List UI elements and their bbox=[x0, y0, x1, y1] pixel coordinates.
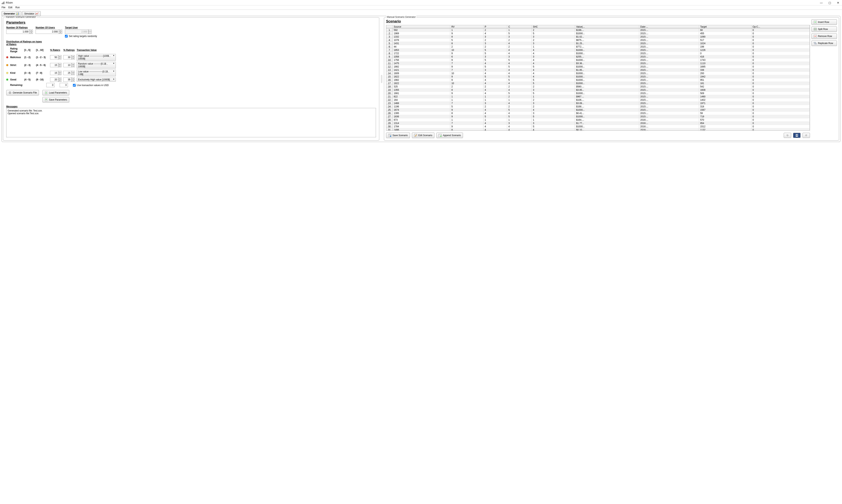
table-row[interactable]: 15921212$196....2015:...600 bbox=[386, 29, 810, 32]
transaction-value-combo[interactable]: Low value -----------------[0.1$ , 3.9$] bbox=[77, 70, 116, 76]
table-cell[interactable]: 4 bbox=[483, 92, 507, 95]
table-cell[interactable]: 44 bbox=[393, 45, 450, 49]
table-cell[interactable]: 3 bbox=[532, 102, 575, 105]
column-header[interactable]: Date-... bbox=[639, 25, 699, 29]
table-cell[interactable]: 2 bbox=[532, 38, 575, 42]
insert-row-button[interactable]: Insert Row bbox=[811, 19, 837, 25]
table-cell[interactable]: 3 bbox=[507, 55, 532, 58]
table-cell[interactable]: 2015:... bbox=[639, 38, 699, 42]
table-cell[interactable]: 0 bbox=[751, 108, 809, 112]
remove-row-button[interactable]: Remove Row bbox=[811, 33, 837, 39]
table-cell[interactable]: 9 bbox=[450, 65, 483, 69]
table-row[interactable]: 3017849445$1000...2016:...15120 bbox=[386, 125, 810, 128]
table-cell[interactable]: 4 bbox=[532, 52, 575, 55]
table-cell[interactable]: $1000... bbox=[575, 82, 639, 85]
splitter[interactable] bbox=[381, 17, 382, 141]
tab-simulator[interactable]: Simulator bbox=[22, 11, 41, 16]
table-cell[interactable]: 1 bbox=[507, 118, 532, 122]
table-cell[interactable]: 4 bbox=[507, 128, 532, 131]
table-cell[interactable]: 1 bbox=[507, 29, 532, 32]
table-cell[interactable]: $106.... bbox=[575, 98, 639, 102]
table-cell[interactable]: 2015:... bbox=[639, 58, 699, 62]
menu-edit[interactable]: Edit bbox=[8, 6, 13, 9]
table-cell[interactable]: 4 bbox=[483, 62, 507, 65]
table-cell[interactable]: 0 bbox=[751, 78, 809, 82]
table-cell[interactable]: 2015:... bbox=[639, 49, 699, 52]
table-cell[interactable]: 2 bbox=[507, 85, 532, 88]
table-cell[interactable]: 3 bbox=[483, 35, 507, 38]
table-cell[interactable]: 2015:... bbox=[639, 98, 699, 102]
table-cell[interactable]: 2 bbox=[483, 38, 507, 42]
table-cell[interactable]: 2015:... bbox=[639, 62, 699, 65]
table-cell[interactable]: 2 bbox=[483, 29, 507, 32]
table-cell[interactable]: 318 bbox=[699, 105, 751, 108]
table-cell[interactable]: 9 bbox=[450, 58, 483, 62]
table-cell[interactable]: 4 bbox=[483, 122, 507, 125]
table-cell[interactable]: $3.85... bbox=[575, 88, 639, 92]
table-cell[interactable]: 8 bbox=[450, 42, 483, 45]
table-cell[interactable]: $164.... bbox=[575, 118, 639, 122]
table-cell[interactable]: 4 bbox=[507, 62, 532, 65]
table-cell[interactable]: 2015:... bbox=[639, 92, 699, 95]
table-cell[interactable]: 0 bbox=[751, 35, 809, 38]
disk-save-button[interactable] bbox=[793, 133, 801, 138]
table-cell[interactable]: 10 bbox=[450, 49, 483, 52]
set-random-checkbox[interactable] bbox=[65, 35, 68, 38]
table-cell[interactable]: $967.... bbox=[575, 95, 639, 98]
table-cell[interactable]: 4 bbox=[507, 88, 532, 92]
table-cell[interactable]: 455 bbox=[699, 32, 751, 35]
table-cell[interactable]: 822 bbox=[393, 95, 450, 98]
table-cell[interactable]: 5 bbox=[507, 32, 532, 35]
table-cell[interactable]: 1784 bbox=[393, 125, 450, 128]
table-cell[interactable]: 0 bbox=[751, 32, 809, 35]
table-cell[interactable]: 2 bbox=[450, 45, 483, 49]
table-row[interactable]: 514318343$1.25...2015:...10240 bbox=[386, 42, 810, 45]
table-cell[interactable]: 198 bbox=[699, 45, 751, 49]
spin-down[interactable]: ▼ bbox=[58, 79, 61, 82]
table-cell[interactable]: $1000... bbox=[575, 49, 639, 52]
table-cell[interactable]: 1 bbox=[532, 95, 575, 98]
table-cell[interactable]: 1132 bbox=[699, 128, 751, 131]
table-cell[interactable]: 164 bbox=[393, 98, 450, 102]
table-row[interactable]: 6442221$772....2015:...1980 bbox=[386, 45, 810, 49]
table-row[interactable]: 17182210445$1000...2015:...1810 bbox=[386, 82, 810, 85]
table-cell[interactable]: 5 bbox=[483, 49, 507, 52]
table-cell[interactable]: 9 bbox=[450, 92, 483, 95]
table-cell[interactable]: $1000... bbox=[575, 32, 639, 35]
column-header[interactable] bbox=[386, 25, 393, 29]
table-cell[interactable]: 1608 bbox=[699, 88, 751, 92]
scenario-table-wrap[interactable]: SourceRVPCSHCValue(...Date-...TargetOp-C… bbox=[386, 25, 810, 131]
table-cell[interactable]: 2015:... bbox=[639, 115, 699, 118]
table-cell[interactable]: 2015:... bbox=[639, 75, 699, 78]
table-cell[interactable]: 1609 bbox=[393, 72, 450, 75]
table-cell[interactable]: 5 bbox=[532, 92, 575, 95]
table-cell[interactable]: 4 bbox=[532, 72, 575, 75]
table-cell[interactable]: 2015:... bbox=[639, 112, 699, 115]
table-row[interactable]: 1017569554$1000...2015:...17430 bbox=[386, 58, 810, 62]
spin-down[interactable]: ▼ bbox=[72, 79, 75, 82]
table-cell[interactable]: 1402 bbox=[699, 98, 751, 102]
transaction-value-combo[interactable]: Exclusively High value [1000$] bbox=[77, 78, 116, 82]
table-cell[interactable]: 4 bbox=[532, 75, 575, 78]
table-cell[interactable]: 509 bbox=[699, 92, 751, 95]
spin-up[interactable]: ▲ bbox=[58, 71, 61, 73]
table-row[interactable]: 1913558443$3.85...2015:...16080 bbox=[386, 88, 810, 92]
table-cell[interactable]: 2015:... bbox=[639, 32, 699, 35]
table-cell[interactable]: 1 bbox=[483, 98, 507, 102]
table-cell[interactable]: 1674 bbox=[393, 108, 450, 112]
table-row[interactable]: 910586333$255....2015:...4160 bbox=[386, 55, 810, 58]
table-cell[interactable]: 0 bbox=[751, 95, 809, 98]
table-cell[interactable]: 2015:... bbox=[639, 35, 699, 38]
table-cell[interactable]: 4 bbox=[483, 88, 507, 92]
table-cell[interactable]: 0 bbox=[751, 72, 809, 75]
table-row[interactable]: 2913147433$1.77...2016:...8540 bbox=[386, 122, 810, 125]
table-cell[interactable]: 0 bbox=[751, 62, 809, 65]
table-cell[interactable]: 1 bbox=[532, 45, 575, 49]
table-row[interactable]: 817229544$1000...2015:...00 bbox=[386, 52, 810, 55]
column-header[interactable]: C bbox=[507, 25, 532, 29]
table-cell[interactable]: 0 bbox=[751, 92, 809, 95]
table-row[interactable]: 183252222$580....2015:...5420 bbox=[386, 85, 810, 88]
table-cell[interactable]: 4 bbox=[507, 125, 532, 128]
spin-down[interactable]: ▼ bbox=[72, 65, 75, 67]
table-cell[interactable]: $1000... bbox=[575, 72, 639, 75]
